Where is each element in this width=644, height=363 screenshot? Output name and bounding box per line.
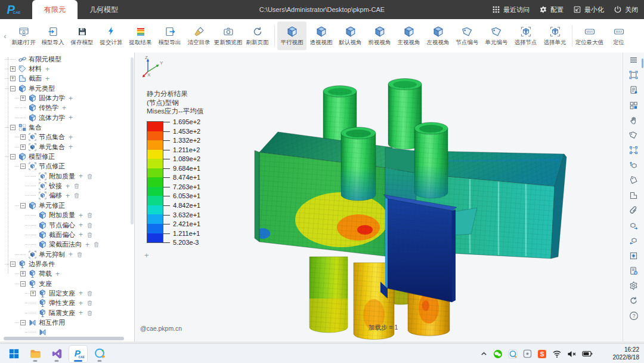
toolbar-button-清空目录[interactable]: 清空目录 [184,21,213,50]
3d-viewport[interactable]: Z Y X 静力分析结果 (节点)型钢 Mises应力--平均值 1.695e+… [135,53,644,342]
toolbar-back-chevron[interactable]: ‹ [1,32,9,41]
toolbar-button-定位最大值[interactable]: MAX定位最大值 [575,21,604,50]
toolbar-button-主视视角[interactable]: 主视视角 [394,21,423,50]
add-button[interactable]: + [85,241,89,248]
tree-item-相互作用[interactable]: −相互作用 [0,318,130,327]
tree-horizontal-scrollbar[interactable] [4,337,124,340]
add-button[interactable]: + [62,104,66,112]
tree-expander[interactable]: − [10,154,16,159]
toolbar-button-左视视角[interactable]: 左视视角 [423,21,453,50]
tree-vertical-scrollbar[interactable] [131,57,134,224]
side-tool-frame-icon[interactable] [623,67,644,82]
side-tool-clip-icon[interactable] [623,203,644,218]
tab-有限元[interactable]: 有限元 [32,0,78,19]
tree-item-梁截面法向[interactable]: 梁截面法向+ [0,240,130,250]
tray-wifi-icon[interactable] [552,350,562,358]
taskbar-clock[interactable]: 16:22 2022/8/18 [613,344,640,363]
side-tool-fit-icon[interactable] [623,248,644,263]
tray-battery-icon[interactable] [582,350,593,358]
tree-expander[interactable]: + [20,144,26,150]
side-tool-cube-in-icon[interactable] [623,233,644,248]
delete-button[interactable] [86,232,93,238]
add-button[interactable]: + [79,173,83,180]
tray-sogou-icon[interactable]: S [537,349,547,359]
side-tool-cube-out-icon[interactable] [623,218,644,233]
tree-item-固定支座[interactable]: +固定支座+ [0,288,130,298]
tray-chat-app-icon[interactable] [508,349,518,359]
tree-item-节点修正[interactable]: −节点修正 [0,162,130,171]
tree-item-单元修正[interactable]: −单元修正 [0,201,130,210]
tree-expander[interactable]: + [10,66,16,72]
tree-item-模型修正[interactable]: −模型修正 [0,152,130,161]
tree-item-附加质量[interactable]: 附加质量+ [0,211,130,220]
toolbar-button-模型导入[interactable]: 模型导入 [38,21,67,50]
toolbar-button-平行视图[interactable]: 平行视图 [277,21,306,50]
toolbar-button-更新预览图[interactable]: 更新预览图 [213,21,243,50]
tree-expander[interactable]: + [30,291,36,296]
tree-item-流体力学[interactable]: 流体力学+ [0,113,130,122]
tree-expander[interactable]: − [10,86,16,91]
side-tool-gear-icon[interactable] [623,278,644,293]
tree-item-荷载[interactable]: +荷载+ [0,269,130,279]
side-tool-menu-icon[interactable] [623,53,644,67]
toolbar-button-选择节点[interactable]: 选择节点 [511,21,540,50]
side-tool-extrude-icon[interactable] [623,158,644,173]
toolbar-button-新建/打开[interactable]: 新建/打开 [9,21,38,50]
delete-button[interactable] [93,241,100,248]
toolbar-button-选择单元[interactable]: 选择单元 [540,21,569,50]
tree-item-节点集合[interactable]: +节点集合+ [0,133,130,142]
delete-button[interactable] [86,222,93,229]
tree-item-单元抑制[interactable]: 单元抑制+ [0,250,130,259]
side-tool-hand-icon[interactable] [623,113,644,128]
add-button[interactable]: + [69,251,73,258]
side-tool-marquee-icon[interactable] [623,143,644,158]
tree-expander[interactable]: − [20,203,26,208]
add-button[interactable]: + [45,75,49,82]
tray-wechat-icon[interactable] [493,349,503,359]
tree-item-偏移[interactable]: 偏移+ [0,191,130,201]
add-button[interactable]: + [69,134,73,141]
tree-item-铰接[interactable]: 铰接+ [0,181,130,190]
tree-item-截面偏心[interactable]: 截面偏心+ [0,230,130,239]
side-tool-tag2-icon[interactable] [623,173,644,188]
tree-expander[interactable]: − [20,320,26,325]
delete-button[interactable] [73,183,80,189]
side-tool-help-icon[interactable]: ? [623,308,644,323]
tree-expander[interactable]: − [20,281,26,287]
tree-item-隔震支座[interactable]: 隔震支座+ [0,308,130,318]
toolbar-button-保存模型[interactable]: 保存模型 [67,21,97,50]
toolbar-button-单元编号[interactable]: 单元编号 [482,21,511,50]
toolbar-button-默认视角[interactable]: 默认视角 [336,21,365,50]
tree-item-附加质量[interactable]: 附加质量+ [0,171,130,181]
side-tool-refresh-icon[interactable] [623,293,644,308]
side-toolbar-scrollbar[interactable] [642,59,643,68]
tree-item-边界条件[interactable]: −边界条件 [0,259,130,269]
add-button[interactable]: + [79,222,83,229]
tree-item[interactable] [0,328,130,336]
tree-item-节点偏心[interactable]: 节点偏心+ [0,220,130,230]
add-button[interactable]: + [79,290,83,297]
delete-button[interactable] [76,251,83,258]
tree-expander[interactable]: + [20,271,26,276]
taskbar-app-visual-studio[interactable] [48,346,66,362]
toolbar-button-提取结果[interactable]: 提取结果 [126,21,155,50]
toolbar-button-前视视角[interactable]: 前视视角 [365,21,394,50]
side-tool-blocks-icon[interactable] [623,98,644,113]
add-button[interactable]: + [55,270,60,278]
tree-item-传热学[interactable]: 传热学+ [0,103,130,113]
tree-item-集合[interactable]: −集合 [0,122,130,132]
taskbar-app-messenger[interactable] [91,346,109,362]
tree-item-截面[interactable]: +截面+ [0,74,130,84]
tree-expander[interactable]: − [10,262,16,267]
tree-item-固体力学[interactable]: +固体力学+ [0,93,130,103]
delete-button[interactable] [86,212,93,219]
side-tool-tag-icon[interactable] [623,128,644,143]
tree-item-单元类型[interactable]: −单元类型 [0,84,130,93]
delete-button[interactable] [86,290,93,297]
tree-item-单元集合[interactable]: +单元集合+ [0,142,130,152]
tree-item-材料[interactable]: +材料+ [0,64,130,73]
tree-expander[interactable]: + [20,134,26,140]
taskbar-app-start[interactable] [5,346,23,362]
add-button[interactable]: + [79,231,83,238]
tree-expander[interactable]: + [10,76,16,81]
